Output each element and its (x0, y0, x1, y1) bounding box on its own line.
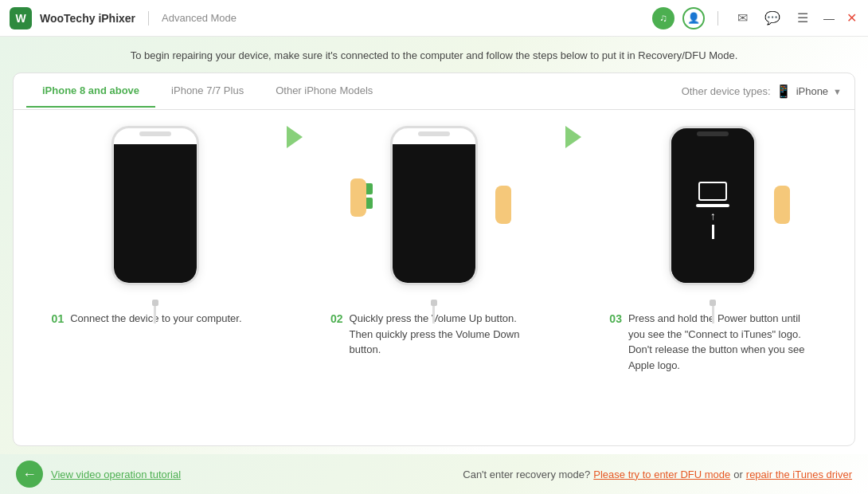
hand-shape-left (350, 178, 366, 217)
footer-right: Can't enter recovery mode? Please try to… (463, 469, 852, 480)
titlebar-right: ♫ 👤 ✉ 💬 ☰ — ✕ (652, 7, 858, 29)
mail-icon-btn[interactable]: ✉ (731, 7, 753, 29)
step-3: ↑ (601, 126, 824, 373)
app-logo: W (10, 7, 32, 29)
info-bar: To begin repairing your device, make sur… (13, 46, 855, 65)
arrow-up-icon: ↑ (710, 210, 716, 222)
step-1: 01 Connect the device to your computer. (44, 126, 267, 327)
tabs-bar: iPhone 8 and above iPhone 7/7 Plus Other… (14, 73, 854, 110)
phone-screen-3: ↑ (671, 138, 754, 283)
laptop-icon (698, 182, 727, 201)
step2-hand-left (363, 183, 373, 209)
chevron-down-icon: ▼ (833, 87, 842, 96)
phone-notch-3 (697, 131, 729, 136)
laptop-base (696, 204, 729, 207)
main-card: iPhone 8 and above iPhone 7/7 Plus Other… (13, 73, 855, 446)
cable-down-icon (712, 225, 714, 239)
step-2: 02 Quickly press the Volume Up button. T… (323, 126, 545, 358)
arrow-right-icon-1 (287, 126, 303, 148)
video-tutorial-link[interactable]: View video operation tutorial (51, 469, 181, 480)
close-btn[interactable]: ✕ (844, 11, 858, 25)
arrow-2 (565, 126, 581, 196)
main-area: To begin repairing your device, make sur… (0, 37, 868, 454)
phone-frame-2 (390, 126, 478, 285)
app-name: WooTechy iPhixer (40, 12, 135, 25)
steps-area: 01 Connect the device to your computer. (14, 110, 854, 445)
tab-other-iphone[interactable]: Other iPhone Models (260, 75, 389, 108)
step3-num: 03 (609, 311, 622, 327)
usb-cable-3 (710, 300, 716, 323)
usb-cable-2 (431, 300, 437, 323)
titlebar-divider2 (717, 11, 718, 25)
user-icon-btn[interactable]: 👤 (682, 7, 705, 29)
itunes-driver-link[interactable]: repair the iTunes driver (746, 469, 852, 480)
step1-phone (96, 126, 215, 301)
usb-cable-1 (152, 300, 158, 323)
phone-screen-2 (393, 144, 475, 283)
footer: ← View video operation tutorial Can't en… (0, 454, 868, 494)
device-type-icon: 📱 (776, 84, 792, 99)
back-button[interactable]: ← (16, 461, 43, 488)
tab-iphone7[interactable]: iPhone 7/7 Plus (155, 75, 260, 108)
mode-label: Advanced Mode (162, 12, 237, 24)
titlebar-left: W WooTechy iPhixer Advanced Mode (10, 7, 237, 29)
phone-screen-1 (114, 144, 197, 283)
dfu-mode-link[interactable]: Please try to enter DFU mode (593, 469, 730, 480)
tab-iphone8[interactable]: iPhone 8 and above (26, 75, 155, 108)
cant-enter-text: Can't enter recovery mode? (463, 469, 590, 480)
titlebar: W WooTechy iPhixer Advanced Mode ♫ 👤 ✉ 💬… (0, 0, 868, 37)
phone-notch-2 (418, 131, 450, 136)
arrow-right-icon-2 (565, 126, 581, 148)
other-device-selector[interactable]: Other device types: 📱 iPhone ▼ (682, 84, 842, 99)
step2-hand-right (495, 186, 511, 224)
step1-num: 01 (52, 311, 65, 327)
menu-icon-btn[interactable]: ☰ (792, 7, 814, 29)
footer-left: ← View video operation tutorial (16, 461, 181, 488)
chat-icon-btn[interactable]: 💬 (761, 7, 784, 29)
title-divider (148, 11, 149, 25)
itunes-screen-content: ↑ (696, 182, 729, 239)
device-type-name: iPhone (796, 85, 828, 97)
hand-shape-right (495, 186, 511, 224)
step2-num: 02 (330, 311, 343, 327)
or-text: or (733, 469, 743, 480)
step3-phone: ↑ (653, 126, 772, 301)
arrow-1 (287, 126, 303, 196)
minimize-btn[interactable]: — (822, 11, 836, 25)
step3-hand-right (774, 186, 790, 224)
phone-notch-1 (139, 131, 171, 136)
other-device-label: Other device types: (682, 85, 771, 97)
step2-phone (374, 126, 494, 301)
phone-frame-1 (111, 126, 199, 285)
hand-shape-right3 (774, 186, 790, 224)
music-icon-btn[interactable]: ♫ (652, 7, 674, 29)
phone-frame-3: ↑ (669, 126, 757, 285)
